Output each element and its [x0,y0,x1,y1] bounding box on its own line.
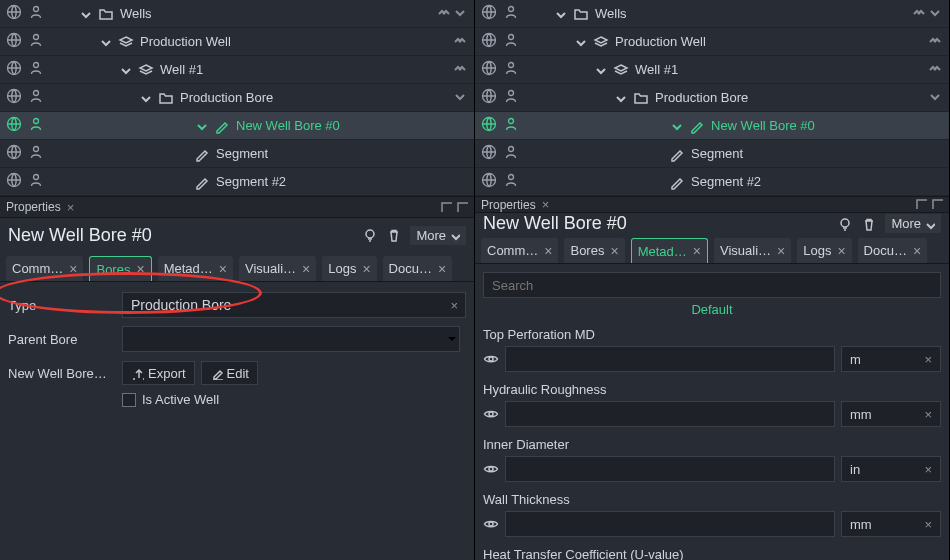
tree-item-well-1[interactable]: Well #1 [475,56,949,84]
close-icon[interactable]: × [837,243,845,259]
chevron-down-icon[interactable] [138,91,152,105]
clear-icon[interactable]: × [924,407,932,422]
clear-icon[interactable]: × [924,517,932,532]
tab-comm[interactable]: Comm…× [6,256,83,281]
tree-item-wells[interactable]: Wells [475,0,949,28]
type-input[interactable] [122,292,466,318]
globe-icon[interactable] [481,88,497,107]
search-input[interactable] [483,272,941,298]
expand-icon[interactable] [927,5,941,22]
chevron-down-icon[interactable] [613,91,627,105]
window-icon[interactable] [915,197,927,212]
chevron-down-icon[interactable] [593,63,607,77]
close-icon[interactable]: × [693,243,701,259]
tab-logs[interactable]: Logs× [322,256,376,281]
close-icon[interactable]: × [438,261,446,277]
unit-select[interactable]: mm× [841,511,941,537]
field-input[interactable] [505,346,835,372]
close-icon[interactable]: × [610,243,618,259]
clear-icon[interactable]: × [924,352,932,367]
parent-bore-select[interactable] [122,326,460,352]
tab-docu[interactable]: Docu…× [383,256,453,281]
person-icon[interactable] [503,60,519,79]
collapse-all-icon[interactable] [911,5,925,22]
bulb-icon[interactable] [362,227,378,243]
person-icon[interactable] [503,116,519,135]
tab-visuali[interactable]: Visuali…× [239,256,316,281]
collapse-all-icon[interactable] [452,33,466,50]
chevron-down-icon[interactable] [444,331,458,348]
eye-icon[interactable] [483,461,499,477]
globe-icon[interactable] [6,4,22,23]
close-icon[interactable]: × [69,261,77,277]
more-button[interactable]: More [885,214,941,233]
person-icon[interactable] [28,116,44,135]
maximize-icon[interactable] [931,197,943,212]
close-icon[interactable]: × [544,243,552,259]
tree-item-segment[interactable]: Segment [0,140,474,168]
person-icon[interactable] [503,172,519,191]
globe-icon[interactable] [6,144,22,163]
tree-item-segment-2[interactable]: Segment #2 [475,168,949,196]
is-active-checkbox[interactable] [122,393,136,407]
person-icon[interactable] [28,144,44,163]
maximize-icon[interactable] [456,200,468,215]
person-icon[interactable] [28,32,44,51]
collapse-all-icon[interactable] [452,61,466,78]
tab-docu[interactable]: Docu…× [858,238,928,263]
default-link[interactable]: Default [483,302,941,317]
tree-item-wells[interactable]: Wells [0,0,474,28]
tree-item-production-bore[interactable]: Production Bore [475,84,949,112]
tree-item-well-1[interactable]: Well #1 [0,56,474,84]
collapse-all-icon[interactable] [927,61,941,78]
tab-visuali[interactable]: Visuali…× [714,238,791,263]
globe-icon[interactable] [481,60,497,79]
chevron-down-icon[interactable] [194,119,208,133]
tab-bores[interactable]: Bores× [89,256,151,281]
tree-item-production-bore[interactable]: Production Bore [0,84,474,112]
tree-item-segment-2[interactable]: Segment #2 [0,168,474,196]
eye-icon[interactable] [483,351,499,367]
edit-button[interactable]: Edit [201,361,258,385]
globe-icon[interactable] [6,32,22,51]
person-icon[interactable] [28,88,44,107]
trash-icon[interactable] [861,216,877,232]
unit-select[interactable]: in× [841,456,941,482]
person-icon[interactable] [28,60,44,79]
tree-item-new-well-bore-0[interactable]: New Well Bore #0 [0,112,474,140]
tab-logs[interactable]: Logs× [797,238,851,263]
globe-icon[interactable] [6,116,22,135]
chevron-down-icon[interactable] [553,7,567,21]
tab-comm[interactable]: Comm…× [481,238,558,263]
chevron-down-icon[interactable] [573,35,587,49]
close-icon[interactable]: × [136,261,144,277]
globe-icon[interactable] [481,144,497,163]
close-icon[interactable]: × [913,243,921,259]
globe-icon[interactable] [481,4,497,23]
tab-metad[interactable]: Metad…× [158,256,233,281]
chevron-down-icon[interactable] [78,7,92,21]
expand-icon[interactable] [452,89,466,106]
tree-item-segment[interactable]: Segment [475,140,949,168]
export-button[interactable]: Export [122,361,195,385]
expand-icon[interactable] [927,89,941,106]
field-input[interactable] [505,511,835,537]
bulb-icon[interactable] [837,216,853,232]
clear-icon[interactable]: × [924,462,932,477]
trash-icon[interactable] [386,227,402,243]
close-icon[interactable]: × [67,200,75,215]
close-icon[interactable]: × [362,261,370,277]
globe-icon[interactable] [6,88,22,107]
close-icon[interactable]: × [777,243,785,259]
person-icon[interactable] [503,4,519,23]
window-icon[interactable] [440,200,452,215]
clear-icon[interactable]: × [450,298,458,313]
tab-bores[interactable]: Bores× [564,238,624,263]
unit-select[interactable]: mm× [841,401,941,427]
chevron-down-icon[interactable] [669,119,683,133]
person-icon[interactable] [28,4,44,23]
globe-icon[interactable] [6,172,22,191]
globe-icon[interactable] [481,116,497,135]
eye-icon[interactable] [483,516,499,532]
person-icon[interactable] [503,144,519,163]
